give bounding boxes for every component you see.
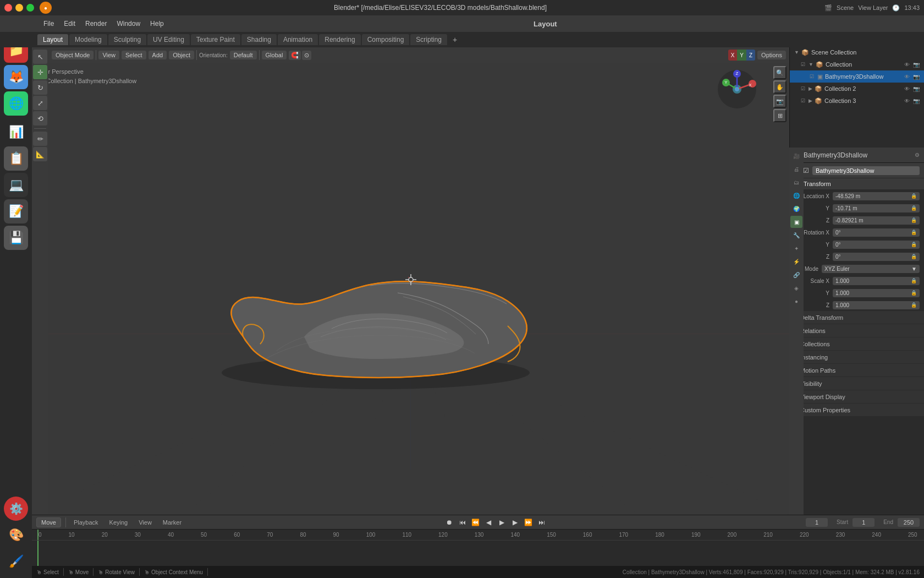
prev-keyframe-btn[interactable]: ⏪ xyxy=(470,517,481,528)
custom-properties-section[interactable]: ▶ Custom Properties xyxy=(790,403,924,417)
scene-properties-tab[interactable]: 🌐 xyxy=(790,189,802,201)
annotate-tool[interactable]: ✏ xyxy=(33,132,47,146)
rotation-x-value[interactable]: 0° 🔒 xyxy=(833,228,920,237)
tab-compositing[interactable]: Compositing xyxy=(362,34,410,45)
texteditor-icon[interactable]: 📝 xyxy=(4,199,28,223)
transform-tool[interactable]: ⟲ xyxy=(33,111,47,126)
view-icon[interactable]: 📷 xyxy=(913,86,920,92)
hand-tool[interactable]: ✋ xyxy=(773,80,787,94)
skip-start-btn[interactable]: ⏮ xyxy=(457,517,468,528)
add-workspace-button[interactable]: + xyxy=(448,34,461,46)
eye-icon[interactable]: 👁 xyxy=(904,98,910,104)
visibility-section[interactable]: ▶ Visibility xyxy=(790,377,924,390)
paint-icon[interactable]: 🎨 xyxy=(4,523,28,547)
location-y-value[interactable]: -10.71 m 🔒 xyxy=(833,204,920,212)
view-layer-properties-tab[interactable]: 🗂 xyxy=(790,176,802,188)
next-frame-btn[interactable]: ▶ xyxy=(510,517,521,528)
menu-window[interactable]: Window xyxy=(113,18,144,29)
menu-file[interactable]: File xyxy=(40,18,58,29)
scale-tool[interactable]: ⤢ xyxy=(33,96,47,110)
transform-section-header[interactable]: ▼ Transform xyxy=(790,178,924,190)
rotate-tool[interactable]: ↻ xyxy=(33,80,47,95)
tab-modeling[interactable]: Modeling xyxy=(69,34,107,45)
proportional-btn[interactable]: ⊙ xyxy=(302,51,311,60)
world-properties-tab[interactable]: 🌍 xyxy=(790,203,802,215)
move-tool[interactable]: ✛ xyxy=(33,65,47,79)
gimp-icon[interactable]: 🖌️ xyxy=(4,549,28,574)
eye-icon[interactable]: 👁 xyxy=(904,74,910,80)
location-x-value[interactable]: -48.529 m 🔒 xyxy=(833,192,920,200)
rotation-z-value[interactable]: 0° 🔒 xyxy=(833,253,920,261)
object-name-input[interactable] xyxy=(812,166,920,175)
move-button[interactable]: Move xyxy=(36,517,61,527)
x-overlay[interactable]: X xyxy=(728,50,738,61)
physics-properties-tab[interactable]: ⚡ xyxy=(790,255,802,268)
playback-btn[interactable]: Playback xyxy=(70,518,102,527)
tab-shading[interactable]: Shading xyxy=(241,34,277,45)
y-overlay[interactable]: Y xyxy=(737,50,746,61)
view-icon[interactable]: 📷 xyxy=(913,98,920,104)
scale-x-value[interactable]: 1.000 🔒 xyxy=(833,277,920,285)
scale-y-value[interactable]: 1.000 🔒 xyxy=(833,289,920,297)
menu-render[interactable]: Render xyxy=(81,18,111,29)
tab-sculpting[interactable]: Sculpting xyxy=(108,34,146,45)
window-controls[interactable] xyxy=(4,4,34,12)
global-transform-btn[interactable]: Global xyxy=(262,51,287,59)
snap-btn[interactable]: 🧲 xyxy=(289,51,301,60)
render-properties-tab[interactable]: 🎥 xyxy=(790,150,802,162)
viewport-display-section[interactable]: ▶ Viewport Display xyxy=(790,390,924,403)
terminal-icon[interactable]: 💻 xyxy=(4,173,28,197)
quad-view[interactable]: ⊞ xyxy=(773,109,787,122)
view-icon[interactable]: 📷 xyxy=(913,62,920,68)
zoom-to-fit[interactable]: 🔍 xyxy=(773,66,787,79)
spreadsheet-icon[interactable]: 📊 xyxy=(4,120,28,144)
modifier-properties-tab[interactable]: 🔧 xyxy=(790,229,802,241)
start-frame-input[interactable]: 1 xyxy=(853,518,875,527)
view-btn[interactable]: View xyxy=(135,518,155,527)
keying-btn[interactable]: Keying xyxy=(106,518,131,527)
menu-help[interactable]: Help xyxy=(146,18,168,29)
outliner-item-collection2[interactable]: ☑ ▶ 📦 Collection 2 👁 📷 xyxy=(790,83,924,95)
data-properties-tab[interactable]: ◈ xyxy=(790,282,802,294)
location-z-value[interactable]: -0.82921 m 🔒 xyxy=(833,216,920,225)
eye-icon[interactable]: 👁 xyxy=(904,62,910,68)
timeline-content[interactable] xyxy=(32,541,924,568)
object-menu[interactable]: Object xyxy=(169,51,194,59)
z-overlay[interactable]: Z xyxy=(746,50,755,61)
disk-icon[interactable]: 💾 xyxy=(4,226,28,250)
rotation-mode-select[interactable]: XYZ Euler ▼ xyxy=(822,265,920,273)
particles-properties-tab[interactable]: ✦ xyxy=(790,242,802,254)
current-frame-input[interactable]: 1 xyxy=(806,518,828,527)
delta-transform-section[interactable]: ▶ Delta Transform xyxy=(790,311,924,324)
tab-rendering[interactable]: Rendering xyxy=(319,34,360,45)
tab-uv-editing[interactable]: UV Editing xyxy=(147,34,190,45)
outliner-item-collection[interactable]: ☑ ▼ 📦 Collection 👁 📷 xyxy=(790,58,924,70)
next-keyframe-btn[interactable]: ⏩ xyxy=(523,517,534,528)
prop-options-icon[interactable]: ⚙ xyxy=(915,152,920,158)
rotation-y-value[interactable]: 0° 🔒 xyxy=(833,241,920,249)
measure-tool[interactable]: 📐 xyxy=(33,147,47,161)
collections-section[interactable]: ▶ Collections xyxy=(790,337,924,351)
tab-texture-paint[interactable]: Texture Paint xyxy=(191,34,240,45)
skip-end-btn[interactable]: ⏭ xyxy=(536,517,547,528)
add-menu[interactable]: Add xyxy=(148,51,167,59)
marker-btn[interactable]: Marker xyxy=(160,518,185,527)
prev-frame-btn[interactable]: ◀ xyxy=(483,517,494,528)
cursor-tool[interactable]: ↖ xyxy=(33,50,47,64)
options-btn[interactable]: Options xyxy=(757,51,786,59)
outliner-item-scene-collection[interactable]: ▼ 📦 Scene Collection xyxy=(790,46,924,58)
relations-section[interactable]: ▶ Relations xyxy=(790,324,924,337)
scale-z-value[interactable]: 1.000 🔒 xyxy=(833,301,920,309)
view-icon[interactable]: 📷 xyxy=(913,74,920,80)
object-properties-tab[interactable]: ▣ xyxy=(790,216,802,228)
play-btn[interactable]: ▶ xyxy=(497,517,508,528)
tab-layout[interactable]: Layout xyxy=(37,34,68,45)
constraints-properties-tab[interactable]: 🔗 xyxy=(790,269,802,281)
firefox-icon[interactable]: 🦊 xyxy=(4,65,28,89)
material-properties-tab[interactable]: ● xyxy=(790,295,802,307)
menu-edit[interactable]: Edit xyxy=(60,18,79,29)
close-button[interactable] xyxy=(4,4,12,12)
camera-view[interactable]: 📷 xyxy=(773,95,787,108)
instancing-section[interactable]: ▶ Instancing xyxy=(790,351,924,364)
tab-scripting[interactable]: Scripting xyxy=(410,34,447,45)
